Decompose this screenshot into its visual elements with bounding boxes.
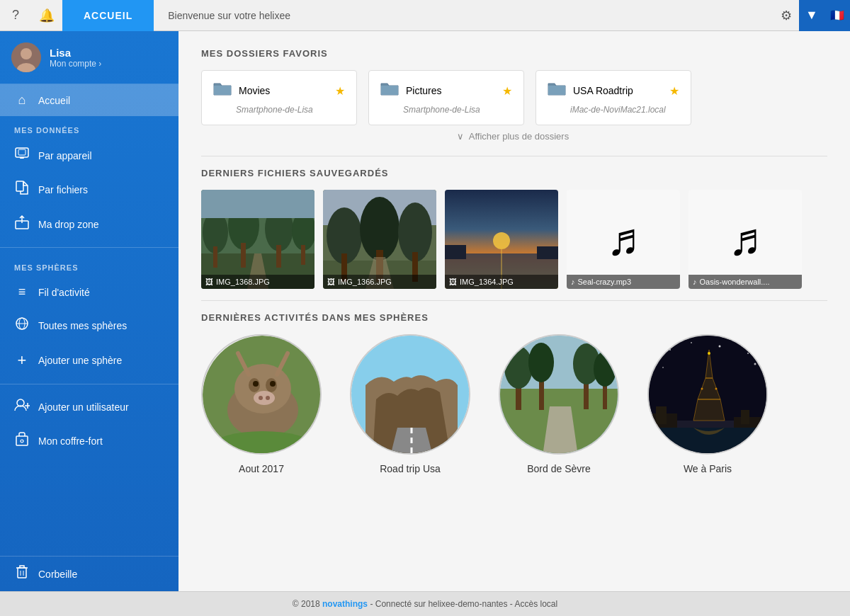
svg-point-72 xyxy=(594,351,616,387)
drop-zone-icon xyxy=(14,215,30,233)
folder-icon-3 xyxy=(548,81,566,101)
sphere-aout-2017[interactable]: Aout 2017 xyxy=(201,334,322,474)
sidebar-item-ajouter-sphere[interactable]: + Ajouter une sphère xyxy=(0,343,178,378)
file-thumb-img1366[interactable]: 🖼 IMG_1366.JPG xyxy=(323,190,436,289)
sidebar: Lisa Mon compte › ⌂ Accueil MES DONNÉES … xyxy=(0,31,178,591)
svg-point-85 xyxy=(701,388,703,390)
svg-point-44 xyxy=(493,232,510,249)
sphere-circle-paris xyxy=(647,334,768,455)
sphere-label-bord-de-sevre: Bord de Sèvre xyxy=(527,463,591,474)
sidebar-item-par-fichiers[interactable]: Par fichiers xyxy=(0,172,178,207)
sphere-circle-park xyxy=(499,334,619,455)
svg-point-86 xyxy=(715,388,718,390)
sidebar-item-fil-activite[interactable]: ≡ Fil d'activité xyxy=(0,276,178,308)
svg-rect-46 xyxy=(445,245,466,259)
audio-icon-2: ♪ xyxy=(693,278,697,286)
sidebar-item-corbeille[interactable]: Corbeille xyxy=(0,557,178,591)
fav-usa-roadtrip-name: USA Roadtrip xyxy=(573,85,669,96)
user-name: Lisa xyxy=(50,47,101,59)
dropdown-button[interactable]: ▼ xyxy=(799,0,824,31)
sphere-circle-rock xyxy=(350,334,470,455)
accueil-tab[interactable]: ACCUEIL xyxy=(62,0,154,31)
files-grid: 🖼 IMG_1368.JPG xyxy=(201,190,827,289)
help-button[interactable]: ? xyxy=(0,8,31,23)
sidebar-footer: Corbeille xyxy=(0,556,178,591)
trash-icon xyxy=(14,565,30,583)
main-layout: Lisa Mon compte › ⌂ Accueil MES DONNÉES … xyxy=(0,31,850,591)
help-icon: ? xyxy=(12,8,19,23)
mon-coffre-fort-label: Mon coffre-fort xyxy=(38,435,103,447)
svg-point-57 xyxy=(266,396,270,400)
par-fichiers-label: Par fichiers xyxy=(38,184,88,195)
home-icon: ⌂ xyxy=(14,93,30,108)
sphere-bord-de-sevre[interactable]: Bord de Sèvre xyxy=(499,334,619,474)
sidebar-item-ajouter-utilisateur[interactable]: Ajouter un utilisateur xyxy=(0,390,178,423)
fav-card-usa-roadtrip[interactable]: USA Roadtrip ★ iMac-de-NoviMac21.local xyxy=(536,70,691,125)
last-files-section-title: DERNIERS FICHIERS SAUVEGARDÉS xyxy=(201,168,827,178)
settings-button[interactable]: ⚙ xyxy=(774,8,799,23)
flag-icon: 🇫🇷 xyxy=(830,8,844,22)
footer: © 2018 novathings - Connecté sur helixee… xyxy=(0,591,850,616)
dropdown-icon: ▼ xyxy=(805,8,818,23)
sphere-we-a-paris[interactable]: We à Paris xyxy=(647,334,768,474)
device-icon xyxy=(14,147,30,164)
fav-movies-sub: Smartphone-de-Lisa xyxy=(213,105,313,115)
svg-point-79 xyxy=(662,367,664,368)
user-info: Lisa Mon compte › xyxy=(50,47,101,69)
mon-compte-link[interactable]: Mon compte › xyxy=(50,59,101,69)
file-thumb-img1364[interactable]: 🖼 IMG_1364.JPG xyxy=(445,190,558,289)
svg-point-75 xyxy=(669,349,671,350)
svg-point-15 xyxy=(21,440,23,443)
sidebar-item-par-appareil[interactable]: Par appareil xyxy=(0,139,178,172)
spheres-icon xyxy=(14,316,30,334)
svg-rect-19 xyxy=(214,86,231,95)
chevron-down-icon: ∨ xyxy=(457,131,464,142)
music-note-icon: ♬ xyxy=(606,217,640,262)
image-icon-3: 🖼 xyxy=(449,278,457,286)
star-icon-2: ★ xyxy=(502,84,512,98)
svg-point-77 xyxy=(719,346,721,348)
fav-card-movies[interactable]: Movies ★ Smartphone-de-Lisa xyxy=(201,70,357,125)
show-more-folders[interactable]: ∨ Afficher plus de dossiers xyxy=(201,131,827,142)
svg-point-54 xyxy=(270,381,276,387)
fav-pictures-sub: Smartphone-de-Lisa xyxy=(380,105,480,115)
fav-usa-roadtrip-sub: iMac-de-NoviMac21.local xyxy=(548,105,666,115)
notifications-button[interactable]: 🔔 xyxy=(31,8,62,23)
sidebar-item-ma-drop-zone[interactable]: Ma drop zone xyxy=(0,207,178,241)
toutes-mes-spheres-label: Toutes mes sphères xyxy=(38,320,127,331)
fav-pictures-name: Pictures xyxy=(406,85,502,96)
user-profile[interactable]: Lisa Mon compte › xyxy=(0,31,178,84)
svg-rect-16 xyxy=(18,568,26,578)
ajouter-utilisateur-label: Ajouter un utilisateur xyxy=(38,401,129,413)
fil-activite-label: Fil d'activité xyxy=(38,287,90,298)
svg-point-66 xyxy=(504,346,533,389)
image-icon: 🖼 xyxy=(205,278,213,286)
svg-rect-29 xyxy=(276,245,281,268)
svg-rect-6 xyxy=(16,181,23,191)
accueil-label: Accueil xyxy=(38,95,70,106)
sidebar-item-accueil[interactable]: ⌂ Accueil xyxy=(0,84,178,116)
main-content: MES DOSSIERS FAVORIS Movies ★ Smartphone… xyxy=(178,31,850,591)
sphere-road-trip-usa[interactable]: Road trip Usa xyxy=(350,334,470,474)
file-thumb-img1368[interactable]: 🖼 IMG_1368.JPG xyxy=(201,190,314,289)
audio-icon: ♪ xyxy=(571,278,575,286)
fav-movies-name: Movies xyxy=(239,85,335,96)
file-thumb-seal[interactable]: ♬ ♪ Seal-crazy.mp3 xyxy=(567,190,680,289)
add-user-icon xyxy=(14,399,30,415)
mes-spheres-section: MES SPHÈRES xyxy=(0,253,178,276)
file-thumb-oasis[interactable]: ♬ ♪ Oasis-wonderwall.... xyxy=(688,190,802,289)
svg-point-80 xyxy=(754,363,756,365)
music-note-icon-2: ♬ xyxy=(728,217,762,262)
svg-point-68 xyxy=(528,343,554,382)
language-selector[interactable]: 🇫🇷 xyxy=(824,0,850,31)
svg-point-84 xyxy=(708,352,710,355)
sidebar-item-toutes-mes-spheres[interactable]: Toutes mes sphères xyxy=(0,308,178,343)
sidebar-item-mon-coffre-fort[interactable]: Mon coffre-fort xyxy=(0,423,178,458)
mes-donnees-section: MES DONNÉES xyxy=(0,116,178,139)
svg-point-76 xyxy=(691,342,692,343)
svg-rect-21 xyxy=(548,86,565,95)
ajouter-sphere-label: Ajouter une sphère xyxy=(38,355,122,366)
image-icon-2: 🖼 xyxy=(327,278,335,286)
star-icon: ★ xyxy=(335,84,345,98)
fav-card-pictures[interactable]: Pictures ★ Smartphone-de-Lisa xyxy=(368,70,524,125)
